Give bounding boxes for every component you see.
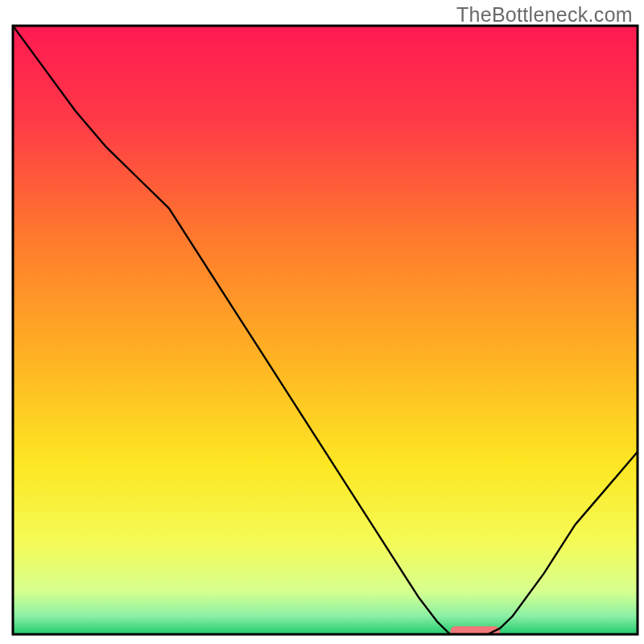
chart-stage: TheBottleneck.com xyxy=(0,0,644,644)
chart-svg xyxy=(0,0,644,644)
watermark-text: TheBottleneck.com xyxy=(456,3,633,27)
chart-background xyxy=(13,26,638,634)
